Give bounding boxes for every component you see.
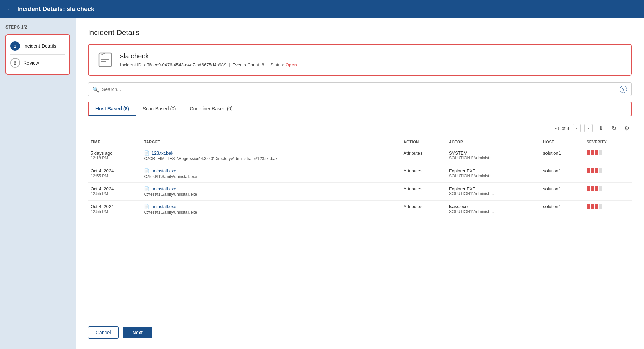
prev-page-button[interactable]: ‹	[573, 124, 581, 132]
cell-action: Attributes	[401, 201, 446, 218]
search-icon: 🔍	[92, 86, 99, 93]
cell-target: 📄uninstall.exeC:\test\f1\Sanity\uninstal…	[141, 201, 401, 218]
cell-actor: Explorer.EXESOLUTION1\Administr...	[446, 183, 540, 201]
cell-actor: Explorer.EXESOLUTION1\Administr...	[446, 165, 540, 183]
incident-icon	[97, 52, 113, 68]
cell-time: 5 days ago12:18 PM	[88, 147, 141, 165]
col-time: TIME	[88, 137, 141, 147]
header: ← Incident Details: sla check	[0, 0, 644, 18]
tab-scan-based[interactable]: Scan Based (0)	[136, 102, 183, 116]
col-actor: ACTOR	[446, 137, 540, 147]
data-table: TIME TARGET ACTION ACTOR HOST SEVERITY 5…	[88, 137, 632, 218]
file-link[interactable]: 📄uninstall.exe	[144, 204, 398, 209]
table-row: Oct 4, 202412:55 PM📄uninstall.exeC:\test…	[88, 201, 632, 218]
cell-time: Oct 4, 202412:55 PM	[88, 183, 141, 201]
tab-host-based[interactable]: Host Based (8)	[89, 102, 136, 116]
search-input[interactable]	[102, 87, 617, 92]
next-button[interactable]: Next	[123, 327, 152, 338]
next-page-button[interactable]: ›	[584, 124, 593, 132]
cell-action: Attributes	[401, 165, 446, 183]
cancel-button[interactable]: Cancel	[88, 326, 119, 339]
col-action: ACTION	[401, 137, 446, 147]
sidebar: STEPS 1/2 1 Incident Details 2 Review	[0, 18, 76, 349]
incident-name: sla check	[120, 52, 297, 60]
cell-host: solution1	[540, 147, 584, 165]
header-title: Incident Details: sla check	[17, 5, 94, 13]
tabs-container: Host Based (8) Scan Based (0) Container …	[88, 102, 632, 116]
col-host: HOST	[540, 137, 584, 147]
file-link[interactable]: 📄uninstall.exe	[144, 186, 398, 191]
table-toolbar: 1 - 8 of 8 ‹ › ⇓ ↻ ⚙	[88, 123, 632, 133]
cell-severity	[584, 183, 632, 201]
pagination-info: 1 - 8 of 8	[552, 126, 569, 131]
page-title: Incident Details	[88, 28, 632, 37]
file-link[interactable]: 📄uninstall.exe	[144, 168, 398, 173]
content-area: Incident Details sla check Incident ID: …	[76, 18, 644, 349]
content-footer: Cancel Next	[88, 318, 632, 339]
cell-target: 📄uninstall.exeC:\test\f1\Sanity\uninstal…	[141, 165, 401, 183]
incident-meta: Incident ID: dff6cce9-0476-4543-a4d7-bd6…	[120, 62, 297, 67]
file-link[interactable]: 📄123.txt.bak	[144, 150, 398, 156]
steps-label: STEPS 1/2	[5, 25, 70, 30]
cell-severity	[584, 201, 632, 218]
table-header-row: TIME TARGET ACTION ACTOR HOST SEVERITY	[88, 137, 632, 147]
cell-time: Oct 4, 202412:55 PM	[88, 165, 141, 183]
step-divider	[10, 54, 65, 55]
step-2-label: Review	[23, 60, 39, 66]
step-1-circle: 1	[10, 41, 20, 51]
cell-host: solution1	[540, 183, 584, 201]
col-target: TARGET	[141, 137, 401, 147]
table-row: Oct 4, 202412:55 PM📄uninstall.exeC:\test…	[88, 183, 632, 201]
table-row: 5 days ago12:18 PM📄123.txt.bakC:\CR_FIM_…	[88, 147, 632, 165]
step-2-circle: 2	[10, 58, 20, 68]
help-icon[interactable]: ?	[620, 86, 627, 93]
back-button[interactable]: ←	[7, 5, 13, 13]
cell-target: 📄123.txt.bakC:\CR_FIM_TEST\Regression\4.…	[141, 147, 401, 165]
settings-button[interactable]: ⚙	[622, 123, 632, 133]
download-button[interactable]: ⇓	[596, 123, 606, 133]
table-row: Oct 4, 202412:55 PM📄uninstall.exeC:\test…	[88, 165, 632, 183]
step-1-label: Incident Details	[23, 43, 56, 49]
cell-host: solution1	[540, 201, 584, 218]
step-2[interactable]: 2 Review	[10, 55, 65, 70]
step-1[interactable]: 1 Incident Details	[10, 38, 65, 54]
refresh-button[interactable]: ↻	[609, 123, 619, 133]
main-layout: STEPS 1/2 1 Incident Details 2 Review In…	[0, 18, 644, 349]
cell-severity	[584, 147, 632, 165]
cell-host: solution1	[540, 165, 584, 183]
cell-severity	[584, 165, 632, 183]
cell-actor: SYSTEMSOLUTION1\Administr...	[446, 147, 540, 165]
cell-action: Attributes	[401, 183, 446, 201]
col-severity: SEVERITY	[584, 137, 632, 147]
tab-container-based[interactable]: Container Based (0)	[183, 102, 240, 116]
incident-card: sla check Incident ID: dff6cce9-0476-454…	[88, 44, 632, 76]
cell-actor: lsass.exeSOLUTION1\Administr...	[446, 201, 540, 218]
incident-info: sla check Incident ID: dff6cce9-0476-454…	[120, 52, 297, 67]
cell-time: Oct 4, 202412:55 PM	[88, 201, 141, 218]
search-bar: 🔍 ?	[88, 82, 632, 96]
cell-target: 📄uninstall.exeC:\test\f1\Sanity\uninstal…	[141, 183, 401, 201]
cell-action: Attributes	[401, 147, 446, 165]
sidebar-steps: 1 Incident Details 2 Review	[5, 34, 70, 75]
